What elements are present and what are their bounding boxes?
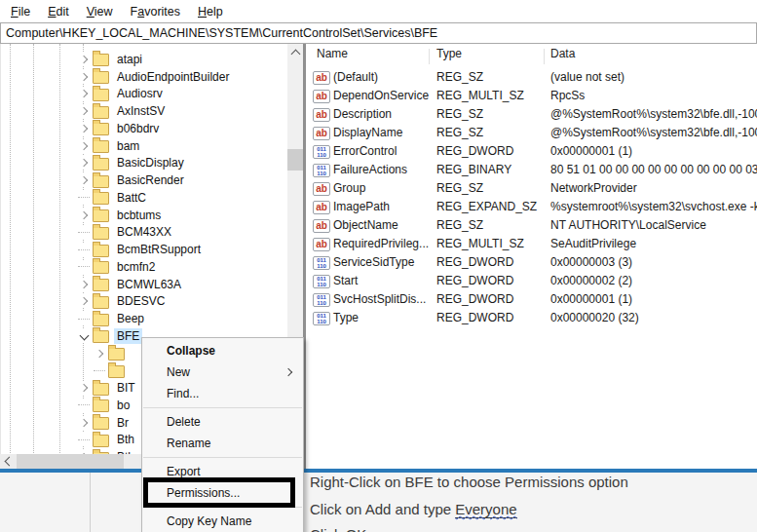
context-menu-item-delete[interactable]: Delete bbox=[142, 411, 303, 433]
string-value-icon: ab bbox=[313, 238, 330, 251]
tree-item[interactable]: bam bbox=[1, 137, 287, 155]
value-name: Description bbox=[333, 107, 392, 121]
scroll-up-icon[interactable] bbox=[287, 44, 303, 60]
expand-arrow-icon[interactable] bbox=[77, 243, 91, 256]
value-row[interactable]: ab ImagePath REG_EXPAND_SZ %systemroot%\… bbox=[306, 198, 757, 216]
context-menu-item-new[interactable]: New bbox=[142, 361, 303, 383]
document-edge-line bbox=[90, 473, 91, 532]
scrollbar-thumb[interactable] bbox=[17, 454, 124, 469]
column-header-type[interactable]: Type bbox=[436, 47, 462, 60]
window-bottom-border bbox=[0, 469, 757, 473]
expand-arrow-icon[interactable] bbox=[77, 433, 91, 446]
expand-arrow-icon[interactable] bbox=[77, 104, 91, 118]
expand-arrow-icon[interactable] bbox=[77, 156, 91, 170]
value-row[interactable]: ab DisplayName REG_SZ @%SystemRoot%\syst… bbox=[306, 124, 757, 142]
tree-item[interactable]: BattC bbox=[1, 189, 287, 207]
tree-item[interactable]: AxInstSV bbox=[1, 102, 287, 120]
tree-item[interactable]: BcmBtRSupport bbox=[1, 241, 287, 258]
expand-arrow-icon[interactable] bbox=[77, 329, 91, 343]
expand-arrow-icon[interactable] bbox=[93, 347, 106, 361]
expand-arrow-icon[interactable] bbox=[77, 225, 91, 239]
tree-item[interactable]: Audiosrv bbox=[1, 86, 287, 103]
value-data: NetworkProvider bbox=[550, 181, 757, 195]
menu-bar-item[interactable]: View bbox=[78, 1, 122, 22]
value-row[interactable]: ab RequiredPrivileg... REG_MULTI_SZ SeAu… bbox=[306, 235, 757, 253]
menu-bar-item[interactable]: Edit bbox=[39, 1, 78, 22]
expand-arrow-icon[interactable] bbox=[77, 70, 91, 84]
tree-item[interactable]: b06bdrv bbox=[1, 120, 287, 137]
folder-icon bbox=[93, 245, 109, 257]
value-row[interactable]: ab Group REG_SZ NetworkProvider bbox=[306, 179, 757, 198]
menu-bar-item[interactable]: File bbox=[2, 1, 39, 22]
expand-arrow-icon[interactable] bbox=[77, 381, 91, 395]
expand-arrow-icon[interactable] bbox=[77, 191, 91, 205]
expand-arrow-icon[interactable] bbox=[77, 173, 91, 187]
scrollbar-thumb[interactable] bbox=[287, 149, 303, 171]
value-type: REG_EXPAND_SZ bbox=[436, 200, 537, 213]
value-row[interactable]: 011110 Start REG_DWORD 0x00000002 (2) bbox=[306, 272, 757, 290]
expand-arrow-icon[interactable] bbox=[77, 294, 91, 308]
folder-icon bbox=[93, 279, 109, 291]
column-header-name[interactable]: Name bbox=[317, 47, 348, 60]
tree-item[interactable]: AudioEndpointBuilder bbox=[1, 68, 287, 86]
value-name: SvcHostSplitDis... bbox=[333, 292, 426, 306]
value-row[interactable]: 011110 FailureActions REG_BINARY 80 51 0… bbox=[306, 161, 757, 179]
value-type: REG_SZ bbox=[436, 107, 483, 121]
string-value-icon: ab bbox=[313, 182, 330, 196]
value-row[interactable]: ab ObjectName REG_SZ NT AUTHORITY\LocalS… bbox=[306, 216, 757, 235]
column-separator[interactable] bbox=[429, 49, 430, 64]
value-data: 0x00000001 (1) bbox=[550, 292, 757, 306]
folder-icon bbox=[93, 175, 109, 188]
value-row[interactable]: 011110 ErrorControl REG_DWORD 0x00000001… bbox=[306, 142, 757, 161]
column-header-data[interactable]: Data bbox=[550, 47, 575, 60]
tree-item[interactable]: BDESVC bbox=[1, 293, 287, 311]
menu-separator bbox=[143, 407, 302, 408]
tree-item[interactable]: atapi bbox=[1, 51, 287, 68]
expand-arrow-icon[interactable] bbox=[77, 312, 91, 325]
expand-arrow-icon[interactable] bbox=[77, 53, 91, 66]
tree-item[interactable]: BasicRender bbox=[1, 171, 287, 189]
context-menu-item-copy-key-name[interactable]: Copy Key Name bbox=[142, 511, 303, 532]
address-bar-input[interactable]: Computer\HKEY_LOCAL_MACHINE\SYSTEM\Curre… bbox=[0, 22, 757, 44]
column-separator[interactable] bbox=[544, 49, 545, 64]
expand-arrow-icon[interactable] bbox=[77, 209, 91, 222]
tree-item[interactable]: BCM43XX bbox=[1, 224, 287, 242]
menu-separator bbox=[143, 457, 302, 458]
folder-icon bbox=[93, 383, 109, 396]
scroll-left-icon[interactable] bbox=[0, 454, 16, 469]
menu-bar-item[interactable]: Favorites bbox=[122, 1, 189, 22]
value-row[interactable]: 011110 ServiceSidType REG_DWORD 0x000000… bbox=[306, 253, 757, 272]
expand-arrow-icon[interactable] bbox=[77, 278, 91, 291]
expand-arrow-icon[interactable] bbox=[77, 87, 91, 100]
binary-value-icon: 011110 bbox=[313, 275, 330, 288]
value-type: REG_DWORD bbox=[436, 255, 513, 269]
tree-item[interactable]: bcbtums bbox=[1, 207, 287, 224]
folder-icon bbox=[93, 417, 109, 430]
context-menu-item-collapse[interactable]: Collapse bbox=[142, 340, 303, 361]
context-menu-item-rename[interactable]: Rename bbox=[142, 433, 303, 454]
menu-bar-item[interactable]: Help bbox=[189, 1, 232, 22]
tree-item[interactable]: BCMWL63A bbox=[1, 276, 287, 293]
value-row[interactable]: ab (Default) REG_SZ (value not set) bbox=[306, 68, 757, 87]
expand-arrow-icon[interactable] bbox=[77, 399, 91, 412]
value-data: 0x00000001 (1) bbox=[550, 144, 757, 158]
expand-arrow-icon[interactable] bbox=[77, 416, 91, 430]
value-row[interactable]: ab DependOnService REG_MULTI_SZ RpcSs bbox=[306, 87, 757, 105]
value-type: REG_DWORD bbox=[436, 292, 513, 306]
expand-arrow-icon[interactable] bbox=[77, 122, 91, 135]
expand-arrow-icon[interactable] bbox=[77, 260, 91, 274]
context-menu-item-find[interactable]: Find... bbox=[142, 383, 303, 404]
expand-arrow-icon[interactable] bbox=[77, 139, 91, 153]
tree-item[interactable]: bcmfn2 bbox=[1, 258, 287, 276]
value-row[interactable]: 011110 Type REG_DWORD 0x00000020 (32) bbox=[306, 309, 757, 327]
value-row[interactable]: ab Description REG_SZ @%SystemRoot%\syst… bbox=[306, 105, 757, 124]
tree-item[interactable]: Beep bbox=[1, 310, 287, 327]
values-pane: Name Type Data ab (Default) REG_SZ (valu… bbox=[306, 44, 757, 469]
value-type: REG_DWORD bbox=[436, 274, 513, 287]
value-row[interactable]: 011110 SvcHostSplitDis... REG_DWORD 0x00… bbox=[306, 290, 757, 309]
tree-item[interactable]: BasicDisplay bbox=[1, 155, 287, 172]
menu-bar: FileEditViewFavoritesHelp bbox=[0, 0, 757, 22]
expand-arrow-icon[interactable] bbox=[93, 363, 106, 377]
folder-icon bbox=[93, 227, 109, 240]
value-name: FailureActions bbox=[333, 163, 407, 176]
